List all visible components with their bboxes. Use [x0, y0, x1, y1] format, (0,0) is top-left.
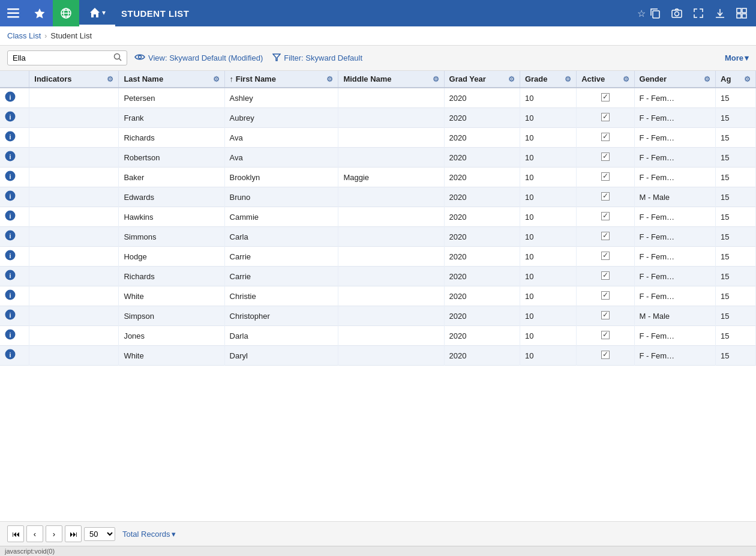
- first-page-button[interactable]: ⏮: [7, 525, 24, 542]
- svg-rect-1: [7, 13, 19, 14]
- active-checkbox[interactable]: [601, 113, 610, 121]
- total-records[interactable]: Total Records ▾: [122, 530, 176, 539]
- home-button[interactable]: ▾: [79, 0, 115, 26]
- active-checkbox[interactable]: [601, 291, 610, 300]
- active-checkbox[interactable]: [601, 271, 610, 280]
- info-icon[interactable]: i: [5, 272, 16, 282]
- info-icon[interactable]: i: [5, 351, 16, 361]
- student-table: Indicators ⚙ Last Name ⚙ ↑ First Name: [0, 71, 756, 366]
- middle-name-gear-icon[interactable]: ⚙: [433, 75, 439, 83]
- info-icon[interactable]: i: [5, 133, 16, 144]
- first-name-cell: Christie: [224, 286, 338, 306]
- age-cell: 15: [716, 187, 756, 207]
- info-icon[interactable]: i: [5, 252, 16, 262]
- prev-page-button[interactable]: ‹: [26, 525, 43, 542]
- active-checkbox[interactable]: [601, 93, 610, 101]
- favorite-star-icon[interactable]: ☆: [637, 8, 646, 19]
- breadcrumb-class-list[interactable]: Class List: [7, 31, 41, 40]
- view-label: View: Skyward Default (Modified): [148, 53, 263, 62]
- svg-text:i: i: [9, 331, 11, 339]
- camera-icon[interactable]: [667, 4, 686, 23]
- col-active: Active ⚙: [577, 71, 634, 88]
- last-name-cell: Richards: [119, 267, 224, 286]
- active-checkbox[interactable]: [601, 172, 610, 181]
- next-page-button[interactable]: ›: [46, 525, 62, 542]
- active-checkbox[interactable]: [601, 311, 610, 319]
- gender-gear-icon[interactable]: ⚙: [704, 75, 710, 83]
- info-icon[interactable]: i: [5, 153, 16, 163]
- last-page-button[interactable]: ⏭: [65, 525, 82, 542]
- grad-year-gear-icon[interactable]: ⚙: [508, 75, 515, 83]
- info-icon[interactable]: i: [5, 173, 16, 183]
- last-name-cell: Simpson: [119, 306, 224, 326]
- col-gender: Gender ⚙: [634, 71, 716, 88]
- middle-name-cell: [338, 108, 444, 128]
- grade-cell: 10: [520, 128, 576, 148]
- grid-icon[interactable]: [732, 4, 751, 23]
- favorites-button[interactable]: [26, 0, 53, 26]
- indicators-cell: [29, 148, 119, 168]
- per-page-select[interactable]: 50 100 200: [84, 527, 115, 541]
- svg-text:i: i: [9, 193, 11, 200]
- grade-gear-icon[interactable]: ⚙: [565, 75, 571, 83]
- search-icon[interactable]: [113, 53, 122, 63]
- globe-button[interactable]: [53, 0, 79, 26]
- search-input[interactable]: [13, 53, 113, 62]
- table-row: i Richards Carrie 2020 10 F - Fem… 15: [0, 267, 756, 286]
- active-cell: [577, 207, 634, 227]
- gender-cell: F - Fem…: [634, 88, 716, 108]
- age-cell: 15: [716, 267, 756, 286]
- first-name-cell: Brooklyn: [224, 168, 338, 187]
- indicators-cell: [29, 306, 119, 326]
- last-name-gear-icon[interactable]: ⚙: [213, 75, 220, 83]
- first-name-gear-icon[interactable]: ⚙: [326, 75, 333, 83]
- svg-text:i: i: [9, 113, 11, 121]
- info-icon[interactable]: i: [5, 292, 16, 302]
- grade-cell: 10: [520, 346, 576, 366]
- svg-text:i: i: [9, 232, 11, 240]
- first-name-cell: Christopher: [224, 306, 338, 326]
- active-gear-icon[interactable]: ⚙: [623, 75, 629, 83]
- age-cell: 15: [716, 326, 756, 346]
- more-button[interactable]: More ▾: [725, 53, 749, 62]
- hamburger-menu-button[interactable]: [0, 0, 26, 26]
- active-cell: [577, 326, 634, 346]
- active-checkbox[interactable]: [601, 232, 610, 240]
- last-name-cell: Hodge: [119, 247, 224, 267]
- active-checkbox[interactable]: [601, 192, 610, 201]
- info-icon[interactable]: i: [5, 193, 16, 203]
- active-checkbox[interactable]: [601, 212, 610, 220]
- info-icon[interactable]: i: [5, 331, 16, 342]
- active-checkbox[interactable]: [601, 351, 610, 359]
- download-icon[interactable]: [710, 4, 730, 23]
- view-selector[interactable]: View: Skyward Default (Modified): [134, 53, 263, 62]
- active-checkbox[interactable]: [601, 133, 610, 141]
- gender-cell: F - Fem…: [634, 267, 716, 286]
- middle-name-cell: [338, 128, 444, 148]
- info-cell: i: [0, 88, 29, 108]
- info-icon[interactable]: i: [5, 312, 16, 322]
- svg-rect-0: [7, 8, 19, 10]
- expand-icon[interactable]: [689, 4, 708, 23]
- info-icon[interactable]: i: [5, 113, 16, 124]
- col-indicators: Indicators ⚙: [29, 71, 119, 88]
- active-checkbox[interactable]: [601, 153, 610, 161]
- search-filter-bar: View: Skyward Default (Modified) Filter:…: [0, 46, 756, 71]
- copy-icon[interactable]: [646, 4, 665, 23]
- info-icon[interactable]: i: [5, 94, 16, 104]
- info-icon[interactable]: i: [5, 232, 16, 243]
- active-cell: [577, 88, 634, 108]
- grad-year-cell: 2020: [444, 286, 520, 306]
- last-name-cell: Frank: [119, 108, 224, 128]
- info-cell: i: [0, 306, 29, 326]
- last-name-cell: Edwards: [119, 187, 224, 207]
- active-cell: [577, 227, 634, 247]
- info-icon[interactable]: i: [5, 213, 16, 223]
- indicators-gear-icon[interactable]: ⚙: [107, 75, 113, 83]
- active-cell: [577, 286, 634, 306]
- active-checkbox[interactable]: [601, 331, 610, 339]
- gender-cell: F - Fem…: [634, 346, 716, 366]
- filter-selector[interactable]: Filter: Skyward Default: [272, 53, 362, 63]
- age-gear-icon[interactable]: ⚙: [744, 75, 751, 83]
- active-checkbox[interactable]: [601, 252, 610, 260]
